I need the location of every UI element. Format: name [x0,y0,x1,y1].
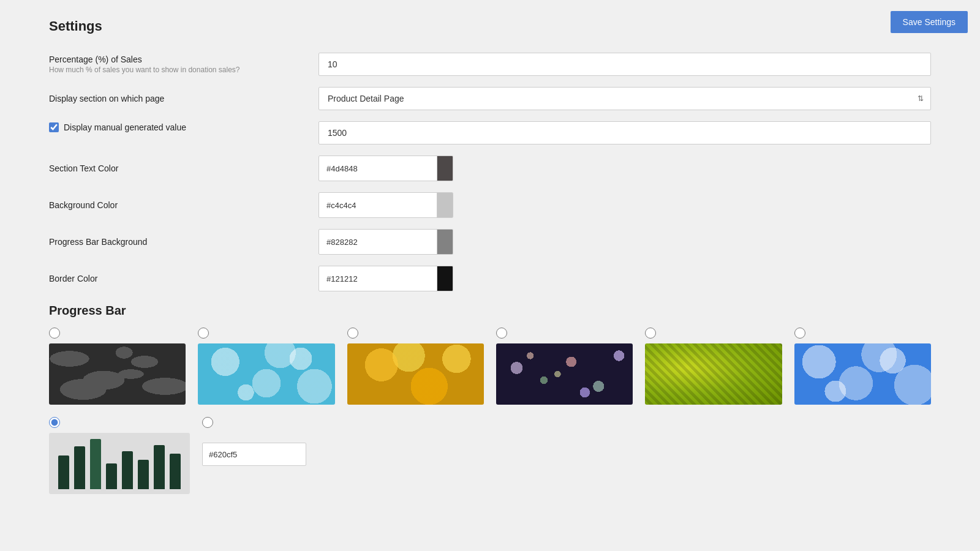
bar-5 [122,451,133,489]
percentage-sales-control [318,53,931,76]
save-settings-button[interactable]: Save Settings [891,11,968,33]
section-text-color-main-label: Section Text Color [49,163,318,173]
section-text-color-control [318,156,931,181]
background-color-main-label: Background Color [49,200,318,210]
progress-bar-image-6[interactable] [794,343,931,405]
manual-generated-control [318,121,931,144]
progress-bar-radio-1[interactable] [49,328,60,339]
progress-bar-bg-label: Progress Bar Background [49,237,318,247]
progress-bar-item-3 [347,328,484,405]
border-color-input[interactable] [319,268,437,290]
border-color-main-label: Border Color [49,274,318,283]
progress-bar-radio-7[interactable] [49,417,60,428]
manual-generated-checkbox[interactable] [49,122,59,132]
progress-bar-radio-8[interactable] [202,417,213,428]
background-color-input[interactable] [319,195,437,216]
progress-bar-radio-3[interactable] [347,328,358,339]
section-text-color-group [318,156,453,181]
progress-bar-item-4 [496,328,633,405]
progress-bar-item-5 [645,328,782,405]
border-color-control [318,266,931,291]
custom-color-input[interactable] [203,445,306,464]
progress-bar-bg-input[interactable] [319,231,437,253]
progress-bar-section-title: Progress Bar [49,304,931,318]
progress-bar-image-4[interactable] [496,343,633,405]
background-color-control [318,192,931,218]
progress-bar-grid-row1 [49,328,931,405]
section-text-color-row: Section Text Color [49,156,931,181]
page-wrapper: Save Settings Settings Percentage (%) of… [0,0,980,551]
progress-bar-bg-swatch[interactable] [437,230,453,254]
progress-bar-item-6 [794,328,931,405]
percentage-sales-label: Percentage (%) of Sales How much % of sa… [49,54,318,74]
manual-generated-checkbox-row: Display manual generated value [49,122,318,132]
percentage-sales-sub-label: How much % of sales you want to show in … [49,66,318,74]
bar-4 [106,463,117,489]
progress-bar-item-1 [49,328,186,405]
bar-8 [170,454,181,489]
progress-bar-image-2[interactable] [198,343,334,405]
bar-1 [58,455,69,489]
progress-bar-bg-row: Progress Bar Background [49,229,931,255]
percentage-sales-row: Percentage (%) of Sales How much % of sa… [49,53,931,76]
background-color-swatch[interactable] [437,193,453,217]
section-text-color-input[interactable] [319,158,437,179]
display-section-main-label: Display section on which page [49,94,318,103]
display-section-control: Product Detail Page Home Page Cart Page [318,87,931,110]
border-color-swatch[interactable] [437,266,453,291]
progress-bar-image-5[interactable] [645,343,782,405]
background-color-row: Background Color [49,192,931,218]
bar-chart-preview[interactable] [49,433,190,494]
progress-bar-item-2 [198,328,334,405]
border-color-row: Border Color [49,266,931,291]
bar-2 [74,446,85,489]
settings-section: Percentage (%) of Sales How much % of sa… [49,53,931,291]
display-section-select-wrapper: Product Detail Page Home Page Cart Page [318,87,931,110]
manual-generated-label: Display manual generated value [49,122,318,143]
manual-generated-main-label: Display manual generated value [64,122,186,132]
progress-bar-radio-2[interactable] [198,328,209,339]
progress-bar-radio-5[interactable] [645,328,656,339]
bar-3 [90,439,101,489]
progress-bar-bg-main-label: Progress Bar Background [49,237,318,247]
background-color-label: Background Color [49,200,318,210]
display-section-select[interactable]: Product Detail Page Home Page Cart Page [318,87,931,110]
border-color-group [318,266,453,291]
background-color-group [318,192,453,218]
section-text-color-label: Section Text Color [49,163,318,173]
progress-bar-grid-row2 [49,417,931,494]
manual-generated-input[interactable] [318,121,931,144]
progress-bar-radio-4[interactable] [496,328,507,339]
custom-color-group [202,443,306,466]
bar-6 [138,460,149,489]
border-color-label: Border Color [49,274,318,283]
display-section-row: Display section on which page Product De… [49,87,931,110]
progress-bar-image-1[interactable] [49,343,186,405]
percentage-sales-input[interactable] [318,53,931,76]
bar-7 [154,445,165,489]
progress-bar-radio-6[interactable] [794,328,805,339]
percentage-sales-main-label: Percentage (%) of Sales [49,54,318,64]
manual-generated-row: Display manual generated value [49,121,931,144]
progress-bar-bg-group [318,229,453,255]
section-text-color-swatch[interactable] [437,156,453,181]
display-section-label: Display section on which page [49,94,318,103]
progress-bar-bg-control [318,229,931,255]
progress-bar-item-7 [49,417,190,494]
progress-bar-image-3[interactable] [347,343,484,405]
progress-bar-item-8 [202,417,338,494]
page-title: Settings [49,18,931,34]
